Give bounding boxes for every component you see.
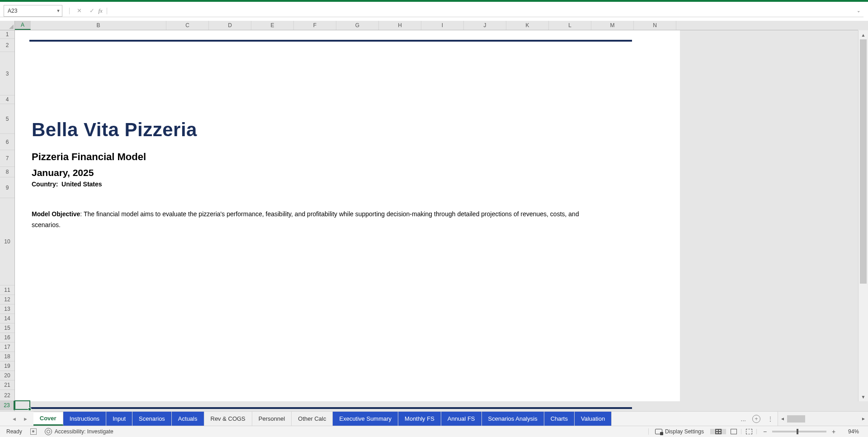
horizontal-scrollbar[interactable]: ◄ ►: [778, 412, 868, 426]
column-header-K[interactable]: K: [506, 21, 549, 30]
row-header-15[interactable]: 15: [0, 323, 14, 333]
row-header-2[interactable]: 2: [0, 39, 14, 52]
tabs-overflow-button[interactable]: ...: [737, 412, 750, 426]
name-box[interactable]: A23 ▼: [4, 5, 62, 17]
row-header-18[interactable]: 18: [0, 352, 14, 361]
column-header-E[interactable]: E: [251, 21, 294, 30]
zoom-slider-thumb[interactable]: [797, 429, 798, 434]
column-header-A[interactable]: A: [15, 21, 31, 30]
hscroll-thumb[interactable]: [787, 415, 805, 423]
x-icon: ✕: [77, 7, 82, 14]
sheet-tab-valuation[interactable]: Valuation: [574, 412, 612, 426]
cells-viewport[interactable]: Bella Vita Pizzeria Pizzeria Financial M…: [15, 30, 858, 401]
company-title: Bella Vita Pizzeria: [32, 119, 197, 141]
sheet-tab-input[interactable]: Input: [106, 412, 132, 426]
row-header-9[interactable]: 9: [0, 177, 14, 198]
scroll-right-icon[interactable]: ►: [859, 416, 868, 421]
sheet-tab-other-calc[interactable]: Other Calc: [291, 412, 333, 426]
tab-nav-prev-icon[interactable]: ◄: [12, 416, 17, 422]
sheet-tab-executive-summary[interactable]: Executive Summary: [332, 412, 398, 426]
column-header-N[interactable]: N: [634, 21, 676, 30]
sheet-tab-cover[interactable]: Cover: [33, 412, 63, 426]
zoom-value[interactable]: 94%: [841, 428, 859, 435]
tab-strip-options[interactable]: ⋮: [763, 412, 778, 426]
row-header-1[interactable]: 1: [0, 30, 14, 39]
formula-bar: A23 ▼ │ ✕ ✓ fx │ ⌄: [0, 5, 863, 17]
row-header-11[interactable]: 11: [0, 285, 14, 295]
row-header-3[interactable]: 3: [0, 52, 14, 95]
sheet-tab-annual-fs[interactable]: Annual FS: [441, 412, 482, 426]
app-top-border: [0, 0, 868, 2]
row-header-22[interactable]: 22: [0, 390, 14, 401]
display-settings-icon: [655, 429, 662, 434]
scroll-up-icon[interactable]: ▲: [859, 30, 868, 39]
macro-record-icon[interactable]: [30, 428, 37, 435]
row-header-21[interactable]: 21: [0, 380, 14, 390]
zoom-out-button[interactable]: −: [761, 428, 769, 435]
row-header-14[interactable]: 14: [0, 314, 14, 323]
view-page-layout-button[interactable]: [726, 429, 741, 434]
sheet-tab-instructions[interactable]: Instructions: [63, 412, 106, 426]
row-header-6[interactable]: 6: [0, 134, 14, 150]
vertical-scroll-thumb[interactable]: [860, 39, 867, 284]
column-header-F[interactable]: F: [294, 21, 336, 30]
column-header-D[interactable]: D: [209, 21, 251, 30]
sheet-tab-scenarios[interactable]: Scenarios: [132, 412, 172, 426]
cancel-formula-button[interactable]: ✕: [73, 5, 86, 17]
accessibility-status[interactable]: Accessibility: Investigate: [45, 428, 113, 435]
row-header-20[interactable]: 20: [0, 371, 14, 380]
row-headers: 1234567891011121314151617181920212223: [0, 30, 15, 411]
new-sheet-button[interactable]: +: [750, 412, 763, 426]
column-header-I[interactable]: I: [421, 21, 464, 30]
country-value: United States: [61, 180, 102, 188]
display-settings-button[interactable]: Display Settings: [648, 428, 710, 435]
sheet-tab-rev-cogs[interactable]: Rev & COGS: [204, 412, 252, 426]
select-all-corner[interactable]: [0, 21, 15, 30]
column-header-C[interactable]: C: [166, 21, 209, 30]
zoom-slider[interactable]: [772, 431, 826, 432]
zoom-in-button[interactable]: +: [830, 428, 837, 435]
view-page-break-button[interactable]: [741, 429, 757, 434]
row-header-8[interactable]: 8: [0, 167, 14, 177]
column-header-M[interactable]: M: [591, 21, 634, 30]
sheet-tab-scenarios-analysis[interactable]: Scenarios Analysis: [481, 412, 544, 426]
formula-bar-expand-icon[interactable]: ⌄: [854, 8, 863, 13]
name-box-dropdown-icon[interactable]: ▼: [55, 9, 62, 13]
grid-view-icon: [715, 429, 722, 434]
fx-label[interactable]: fx: [99, 7, 105, 14]
ellipsis-icon: ...: [741, 415, 746, 423]
accessibility-label: Accessibility: Investigate: [55, 428, 113, 435]
sheet-tab-personnel[interactable]: Personnel: [252, 412, 292, 426]
row-header-19[interactable]: 19: [0, 361, 14, 371]
row-header-5[interactable]: 5: [0, 104, 14, 134]
row-header-7[interactable]: 7: [0, 150, 14, 167]
row-header-13[interactable]: 13: [0, 304, 14, 314]
hscroll-track[interactable]: [787, 415, 859, 423]
column-header-G[interactable]: G: [336, 21, 379, 30]
sheet-tab-monthly-fs[interactable]: Monthly FS: [398, 412, 441, 426]
column-header-L[interactable]: L: [549, 21, 591, 30]
fill-handle[interactable]: [28, 408, 31, 411]
column-header-J[interactable]: J: [464, 21, 506, 30]
accept-formula-button[interactable]: ✓: [86, 5, 99, 17]
sheet-tab-charts[interactable]: Charts: [544, 412, 575, 426]
model-date: January, 2025: [32, 167, 94, 178]
tab-nav-next-icon[interactable]: ►: [23, 416, 28, 422]
formula-input[interactable]: [108, 5, 854, 17]
page-layout-icon: [731, 429, 737, 434]
row-header-16[interactable]: 16: [0, 333, 14, 342]
vertical-scrollbar[interactable]: ▲ ▼: [858, 30, 868, 401]
page-break-icon: [746, 429, 752, 434]
column-header-B[interactable]: B: [31, 21, 166, 30]
row-header-23[interactable]: 23: [0, 401, 14, 410]
scroll-down-icon[interactable]: ▼: [859, 392, 868, 401]
plus-icon: +: [752, 415, 760, 423]
column-header-H[interactable]: H: [379, 21, 421, 30]
row-header-17[interactable]: 17: [0, 342, 14, 352]
row-header-10[interactable]: 10: [0, 198, 14, 285]
sheet-tab-actuals[interactable]: Actuals: [171, 412, 204, 426]
row-header-4[interactable]: 4: [0, 95, 14, 104]
scroll-left-icon[interactable]: ◄: [778, 416, 787, 421]
row-header-12[interactable]: 12: [0, 295, 14, 304]
view-normal-button[interactable]: [711, 429, 726, 434]
